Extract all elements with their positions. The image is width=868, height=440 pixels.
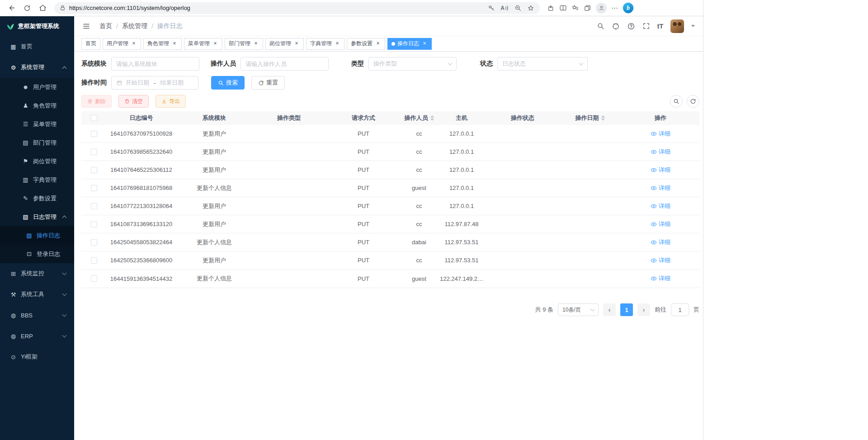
help-button[interactable] <box>627 22 635 30</box>
operator-input[interactable] <box>245 61 324 67</box>
browser-profile-button[interactable] <box>596 3 607 14</box>
row-checkbox[interactable] <box>91 221 97 227</box>
favorites-button[interactable] <box>571 4 579 12</box>
close-icon[interactable]: × <box>293 41 300 47</box>
detail-link[interactable]: 详细 <box>651 256 670 265</box>
next-page-button[interactable]: › <box>637 303 650 316</box>
prev-page-button[interactable]: ‹ <box>603 303 616 316</box>
sidebar-item-menu-management[interactable]: ☰ 菜单管理 <box>0 115 74 133</box>
detail-link[interactable]: 详细 <box>651 274 670 283</box>
sort-caret-icon[interactable] <box>430 115 434 121</box>
browser-more-button[interactable]: ⋯ <box>611 4 618 12</box>
row-checkbox[interactable] <box>91 203 97 209</box>
page-jump-input[interactable] <box>671 303 689 316</box>
detail-link[interactable]: 详细 <box>651 238 670 246</box>
close-icon[interactable]: × <box>375 41 381 47</box>
row-checkbox[interactable] <box>91 149 97 155</box>
address-bar[interactable]: https://ccnetcore.com:1101/system/log/op… <box>54 2 540 14</box>
column-header[interactable]: 系统模块 <box>176 111 252 125</box>
tab-user-management[interactable]: 用户管理 × <box>103 38 141 50</box>
split-screen-button[interactable] <box>559 4 567 12</box>
close-icon[interactable]: × <box>131 41 137 47</box>
sidebar-item-user-management[interactable]: ☻ 用户管理 <box>0 78 74 96</box>
tab-dict-management[interactable]: 字典管理 × <box>306 38 344 50</box>
detail-link[interactable]: 详细 <box>651 202 670 210</box>
search-button[interactable]: 搜索 <box>211 76 245 90</box>
row-checkbox[interactable] <box>91 239 97 246</box>
sidebar-item-dept-management[interactable]: ▤ 部门管理 <box>0 133 74 152</box>
breadcrumb-item[interactable]: 首页 <box>99 22 112 30</box>
bing-discover-button[interactable]: b <box>623 3 633 13</box>
column-header[interactable]: 操作类型 <box>252 111 326 125</box>
column-header[interactable]: 操作状态 <box>486 111 559 125</box>
refresh-table-button[interactable] <box>687 95 699 108</box>
tab-role-management[interactable]: 角色管理 × <box>143 38 182 50</box>
browser-refresh-button[interactable] <box>20 2 34 14</box>
column-header[interactable]: 操作 <box>621 111 700 125</box>
fullscreen-button[interactable] <box>642 22 650 30</box>
row-checkbox[interactable] <box>91 275 97 282</box>
column-header[interactable]: 操作日期 <box>559 111 621 125</box>
close-icon[interactable]: × <box>212 41 218 47</box>
user-avatar[interactable] <box>670 19 684 33</box>
row-checkbox[interactable] <box>91 185 97 191</box>
sort-caret-icon[interactable] <box>601 115 605 121</box>
column-header[interactable]: 日志编号 <box>106 111 176 125</box>
password-key-button[interactable] <box>488 5 495 12</box>
toggle-search-button[interactable] <box>670 95 683 108</box>
date-range-picker[interactable]: 开始日期 - 结束日期 <box>111 76 198 90</box>
detail-link[interactable]: 详细 <box>651 130 670 138</box>
type-select[interactable]: 操作类型 <box>368 57 457 71</box>
font-size-button[interactable]: tT <box>657 23 663 30</box>
column-header[interactable]: 操作人员 <box>401 111 437 125</box>
row-checkbox[interactable] <box>91 131 97 137</box>
row-checkbox[interactable] <box>91 167 97 173</box>
breadcrumb-item[interactable]: / 系统管理 <box>112 22 147 30</box>
tab-menu-management[interactable]: 菜单管理 × <box>184 38 222 50</box>
close-icon[interactable]: × <box>253 41 259 47</box>
sidebar-item-home[interactable]: ▦ 首页 <box>0 36 74 57</box>
sidebar-item-dict-management[interactable]: ▥ 字典管理 <box>0 170 74 189</box>
export-button[interactable]: 导出 <box>156 95 186 108</box>
add-favorite-button[interactable] <box>527 5 534 12</box>
extensions-button[interactable] <box>547 4 555 12</box>
url-text[interactable]: https://ccnetcore.com:1101/system/log/op… <box>69 5 484 11</box>
sidebar-item-erp[interactable]: ◍ ERP <box>0 326 74 346</box>
sidebar-item-yi-framework[interactable]: ⊙ Yi框架 <box>0 346 74 367</box>
sidebar-toggle-button[interactable] <box>80 19 93 33</box>
collections-button[interactable] <box>584 4 591 12</box>
sidebar-item-operation-log[interactable]: ▨ 操作日志 <box>0 226 74 245</box>
sidebar-item-bbs[interactable]: ◍ BBS <box>0 305 74 326</box>
tab-post-management[interactable]: 岗位管理 × <box>265 38 304 50</box>
close-icon[interactable]: × <box>421 41 428 47</box>
browser-back-button[interactable] <box>5 2 19 14</box>
column-header[interactable]: 请求方式 <box>326 111 401 125</box>
tab-dept-management[interactable]: 部门管理 × <box>225 38 263 50</box>
detail-link[interactable]: 详细 <box>651 166 670 174</box>
page-1-button[interactable]: 1 <box>620 303 633 316</box>
detail-link[interactable]: 详细 <box>651 184 670 192</box>
column-header[interactable]: 主机 <box>437 111 486 125</box>
reset-button[interactable]: 重置 <box>251 76 285 90</box>
chevron-down-icon[interactable] <box>691 25 695 29</box>
sidebar-item-system-tools[interactable]: ⚒ 系统工具 <box>0 284 74 305</box>
tab-home[interactable]: 首页 <box>81 38 100 50</box>
sidebar-item-system-monitor[interactable]: ⊞ 系统监控 <box>0 263 74 284</box>
github-button[interactable] <box>612 22 620 30</box>
sidebar-item-log-management[interactable]: ▧ 日志管理 <box>0 208 74 226</box>
sidebar-item-role-management[interactable]: ♟ 角色管理 <box>0 96 74 115</box>
close-icon[interactable]: × <box>171 41 178 47</box>
header-search-button[interactable] <box>597 22 604 30</box>
select-all-checkbox[interactable] <box>91 115 97 121</box>
detail-link[interactable]: 详细 <box>651 220 670 228</box>
row-checkbox[interactable] <box>91 257 97 264</box>
status-select[interactable]: 日志状态 <box>497 57 588 71</box>
module-input[interactable] <box>116 61 194 67</box>
read-aloud-button[interactable]: A <box>500 5 509 11</box>
browser-home-button[interactable] <box>35 2 50 14</box>
clear-button[interactable]: 清空 <box>118 95 149 108</box>
sidebar-item-login-log[interactable]: ⊡ 登录日志 <box>0 245 74 263</box>
sidebar-item-post-management[interactable]: ⚑ 岗位管理 <box>0 152 74 170</box>
page-size-select[interactable]: 10条/页 <box>558 303 599 316</box>
detail-link[interactable]: 详细 <box>651 148 670 156</box>
